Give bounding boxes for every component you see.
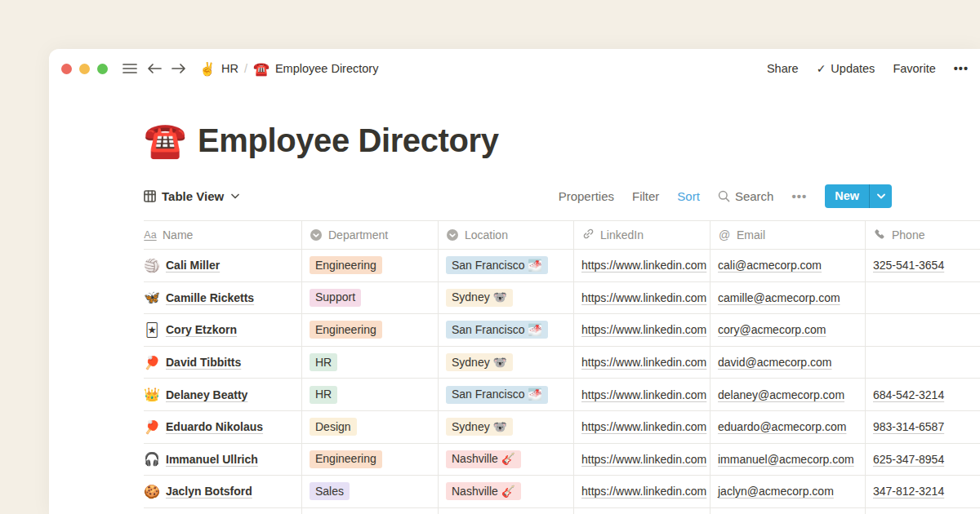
department-cell[interactable]: Sales [302,476,439,507]
phone-cell[interactable] [866,347,980,379]
column-header-phone[interactable]: Phone [866,221,980,249]
share-button[interactable]: Share [767,62,799,75]
breadcrumb-page[interactable]: Employee Directory [275,62,379,75]
linkedin-cell[interactable]: https://www.linkedin.com [574,379,710,410]
email-value[interactable]: cali@acmecorp.com [718,259,822,272]
column-header-email[interactable]: @Email [710,221,866,249]
phone-cell[interactable]: 325-541-3654 [866,250,980,281]
phone-cell[interactable]: 684-542-3214 [866,379,980,410]
linkedin-url[interactable]: https://www.linkedin.com [581,388,706,401]
email-value[interactable]: immanuel@acmecorp.com [718,453,854,466]
linkedin-cell[interactable]: https://www.linkedin.com [574,444,710,476]
department-tag: Engineering [310,256,382,274]
linkedin-url[interactable]: https://www.linkedin.com [581,291,706,304]
new-button-dropdown[interactable] [869,184,892,208]
location-cell[interactable]: San Francisco 🌁 [439,250,574,281]
new-record-button[interactable]: New [825,184,892,208]
location-cell[interactable]: Sydney 🐨 [439,282,574,314]
phone-value[interactable]: 983-314-6587 [873,420,944,433]
phone-cell[interactable]: 347-812-3214 [866,476,980,507]
phone-cell[interactable]: 983-314-6587 [866,411,980,443]
linkedin-cell[interactable]: https://www.linkedin.com [574,476,710,507]
more-options-button[interactable]: ••• [954,62,969,75]
location-cell[interactable]: San Francisco 🌁 [439,379,574,410]
sort-button[interactable]: Sort [677,189,700,203]
linkedin-url[interactable]: https://www.linkedin.com [581,485,706,498]
department-cell[interactable]: HR [302,347,439,379]
department-cell[interactable]: Engineering [302,250,439,281]
name-cell[interactable]: 🏐 Cali Miller [144,250,302,281]
favorite-button[interactable]: Favorite [893,62,935,75]
email-cell[interactable]: delaney@acmecorp.com [710,379,866,410]
location-cell[interactable]: Sydney 🐨 [439,347,574,379]
back-arrow-icon[interactable] [145,60,163,78]
department-cell[interactable]: Engineering [302,314,439,346]
linkedin-url[interactable]: https://www.linkedin.com [581,420,706,433]
email-value[interactable]: david@acmecorp.com [718,356,832,369]
minimize-window-button[interactable] [79,64,90,74]
phone-value[interactable]: 347-812-3214 [873,485,944,498]
linkedin-url[interactable]: https://www.linkedin.com [581,259,706,272]
email-cell[interactable]: eduardo@acmecorp.com [710,411,866,443]
column-header-linkedin[interactable]: LinkedIn [574,221,710,249]
name-cell[interactable]: 🦋 Camille Ricketts [144,282,302,314]
linkedin-url[interactable]: https://www.linkedin.com [581,323,706,336]
column-header-department[interactable]: Department [302,221,439,249]
linkedin-cell[interactable]: https://www.linkedin.com [574,411,710,443]
linkedin-cell[interactable]: https://www.linkedin.com [574,250,710,281]
view-more-options-button[interactable]: ••• [791,189,807,203]
linkedin-url[interactable]: https://www.linkedin.com [581,356,706,369]
page-title-emoji-icon[interactable]: ☎️ [144,121,186,160]
forward-arrow-icon[interactable] [170,60,188,78]
phone-cell[interactable]: 625-347-8954 [866,444,980,476]
filter-button[interactable]: Filter [632,189,659,203]
properties-button[interactable]: Properties [559,189,614,203]
email-value[interactable]: cory@acmecorp.com [718,323,826,336]
location-cell[interactable]: Nashville 🎸 [439,476,574,507]
phone-cell[interactable] [866,314,980,346]
email-value[interactable]: jaclyn@acmecorp.com [718,485,834,498]
email-value[interactable]: delaney@acmecorp.com [718,388,844,401]
department-cell[interactable]: Engineering [302,444,439,476]
location-cell[interactable]: San Francisco 🌁 [439,314,574,346]
location-cell[interactable]: Sydney 🐨 [439,411,574,443]
name-cell[interactable]: 🏓 David Tibbitts [144,347,302,379]
zoom-window-button[interactable] [97,64,108,74]
email-cell[interactable]: cali@acmecorp.com [710,250,866,281]
linkedin-cell[interactable]: https://www.linkedin.com [574,282,710,314]
email-value[interactable]: eduardo@acmecorp.com [718,420,846,433]
email-cell[interactable]: david@acmecorp.com [710,347,866,379]
email-cell[interactable]: immanuel@acmecorp.com [710,444,866,476]
breadcrumb-workspace[interactable]: HR [221,62,238,75]
email-cell[interactable]: cory@acmecorp.com [710,314,866,346]
linkedin-url[interactable]: https://www.linkedin.com [581,453,706,466]
email-cell[interactable]: jaclyn@acmecorp.com [710,476,866,507]
close-window-button[interactable] [61,64,72,74]
phone-value[interactable]: 325-541-3654 [873,259,944,272]
phone-value[interactable]: 684-542-3214 [873,388,944,401]
email-cell[interactable]: camille@acmecorp.com [710,282,866,314]
view-switcher[interactable]: Table View [144,189,239,203]
email-value[interactable]: camille@acmecorp.com [718,291,840,304]
location-cell[interactable]: Nashville 🎸 [439,444,574,476]
column-header-location[interactable]: Location [439,221,574,249]
name-cell[interactable]: 🏓 Eduardo Nikolaus [144,411,302,443]
phone-cell[interactable] [866,282,980,314]
updates-button[interactable]: ✓ Updates [817,62,875,75]
name-cell[interactable]: 👑 Delaney Beatty [144,379,302,410]
name-cell[interactable]: 🃏 Cory Etzkorn [144,314,302,346]
department-cell[interactable]: Design [302,411,439,443]
department-cell[interactable]: HR [302,379,439,410]
name-cell[interactable]: 🎧 Immanuel Ullrich [144,444,302,476]
location-tag: San Francisco 🌁 [446,386,548,404]
column-header-name[interactable]: AaName [144,221,302,249]
page-title[interactable]: ☎️ Employee Directory [144,119,980,162]
linkedin-cell[interactable]: https://www.linkedin.com [574,314,710,346]
linkedin-cell[interactable]: https://www.linkedin.com [574,347,710,379]
search-button[interactable]: Search [718,189,774,203]
new-button-label[interactable]: New [825,184,869,208]
name-cell[interactable]: 🍪 Jaclyn Botsford [144,476,302,507]
department-cell[interactable]: Support [302,282,439,314]
sidebar-menu-icon[interactable] [121,60,139,78]
phone-value[interactable]: 625-347-8954 [873,453,944,466]
